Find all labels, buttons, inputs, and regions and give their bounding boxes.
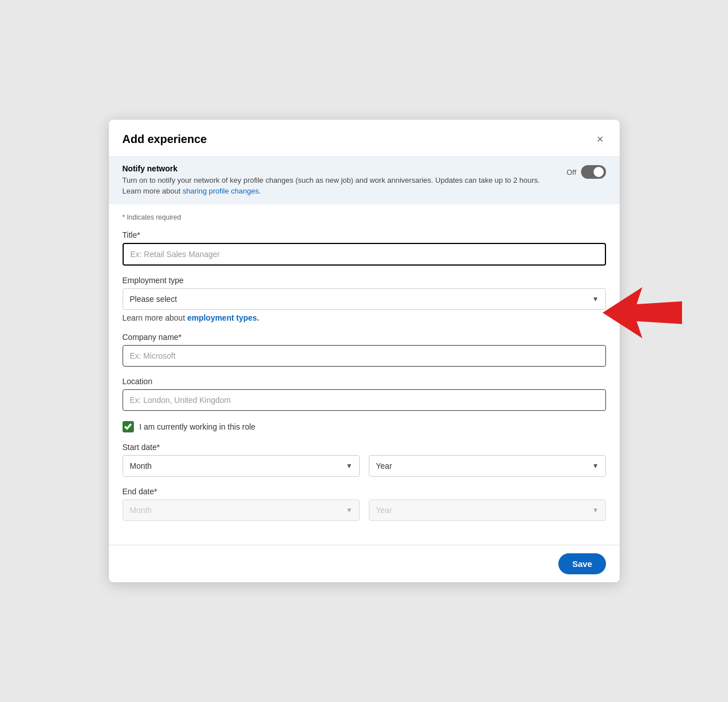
notify-banner: Notify network Turn on to notify your ne… xyxy=(109,156,620,204)
modal-footer: Save xyxy=(109,545,620,582)
title-group: Title* xyxy=(123,230,606,266)
modal-header: Add experience × xyxy=(109,120,620,156)
employment-type-select[interactable]: Please select xyxy=(123,288,606,310)
add-experience-modal: Add experience × Notify network Turn on … xyxy=(109,120,620,582)
end-month-wrapper: Month ▼ xyxy=(123,499,360,521)
end-month-select: Month xyxy=(123,499,360,521)
employment-type-label: Employment type xyxy=(123,276,606,285)
modal-body: Notify network Turn on to notify your ne… xyxy=(109,156,620,544)
end-date-group: End date* Month ▼ Year ▼ xyxy=(123,487,606,521)
currently-working-label: I am currently working in this role xyxy=(140,422,256,431)
notify-description: Turn on to notify your network of key pr… xyxy=(123,175,558,196)
start-date-row: Month JanuaryFebruaryMarch AprilMayJune … xyxy=(123,455,606,477)
start-year-wrapper: Year 202420232022 202120202019 201820172… xyxy=(369,455,606,477)
end-date-row: Month ▼ Year ▼ xyxy=(123,499,606,521)
location-label: Location xyxy=(123,377,606,386)
employment-link-text: Learn more about employment types. xyxy=(123,313,606,322)
location-group: Location xyxy=(123,377,606,411)
start-month-select[interactable]: Month JanuaryFebruaryMarch AprilMayJune … xyxy=(123,455,360,477)
modal-title: Add experience xyxy=(123,133,207,146)
close-button[interactable]: × xyxy=(595,131,606,147)
company-name-group: Company name* xyxy=(123,333,606,367)
end-year-select: Year xyxy=(369,499,606,521)
form-body: * Indicates required Title* Employment t… xyxy=(109,204,620,545)
company-name-label: Company name* xyxy=(123,333,606,342)
start-date-group: Start date* Month JanuaryFebruaryMarch A… xyxy=(123,443,606,477)
toggle-thumb xyxy=(594,167,604,177)
sharing-profile-link[interactable]: sharing profile changes. xyxy=(183,187,261,195)
notify-off-label: Off xyxy=(566,168,576,176)
notify-right: Off xyxy=(566,164,605,179)
currently-working-row: I am currently working in this role xyxy=(123,421,606,432)
end-year-wrapper: Year ▼ xyxy=(369,499,606,521)
arrow-title-indicator xyxy=(603,287,682,341)
svg-marker-0 xyxy=(603,287,682,338)
end-date-label: End date* xyxy=(123,487,606,496)
notify-title: Notify network xyxy=(123,164,558,173)
start-year-select[interactable]: Year 202420232022 202120202019 201820172… xyxy=(369,455,606,477)
toggle-track xyxy=(581,165,606,179)
location-input[interactable] xyxy=(123,389,606,411)
save-button[interactable]: Save xyxy=(558,553,605,574)
company-name-input[interactable] xyxy=(123,345,606,367)
employment-type-select-wrapper: Please select ▼ xyxy=(123,288,606,310)
notify-text: Notify network Turn on to notify your ne… xyxy=(123,164,558,196)
title-label: Title* xyxy=(123,230,606,239)
start-month-wrapper: Month JanuaryFebruaryMarch AprilMayJune … xyxy=(123,455,360,477)
required-note: * Indicates required xyxy=(123,213,606,221)
currently-working-checkbox[interactable] xyxy=(123,421,134,432)
notify-toggle[interactable] xyxy=(581,165,606,179)
employment-types-link[interactable]: employment types. xyxy=(187,313,259,322)
employment-type-group: Employment type Please select ▼ Learn mo… xyxy=(123,276,606,322)
title-input[interactable] xyxy=(123,243,606,266)
start-date-label: Start date* xyxy=(123,443,606,452)
